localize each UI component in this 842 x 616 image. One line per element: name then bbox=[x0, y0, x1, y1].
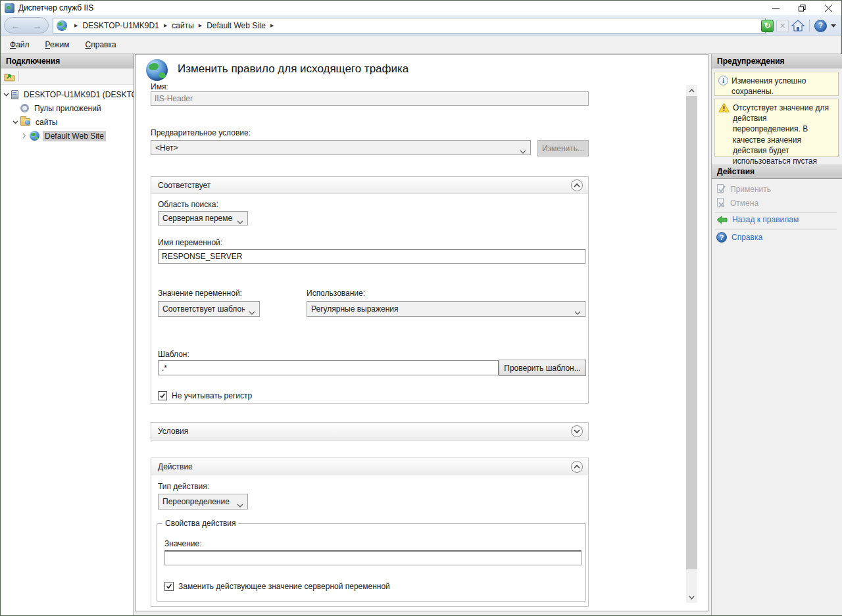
iis-manager-window: Диспетчер служб IIS ← → ▶ DESKTOP-U1MK9D… bbox=[0, 0, 842, 616]
back-to-rules-action[interactable]: Назад к правилам bbox=[716, 215, 799, 224]
pattern-input[interactable] bbox=[158, 360, 499, 375]
conditions-section: Условия bbox=[151, 422, 589, 440]
home-icon[interactable] bbox=[791, 20, 805, 32]
name-input bbox=[151, 91, 589, 106]
alert-info-text: Изменения успешно сохранены. bbox=[731, 76, 835, 92]
restart-icon[interactable]: ↻ bbox=[761, 20, 774, 32]
back-icon[interactable]: ← bbox=[11, 20, 20, 31]
right-panel: Предупреждения i Изменения успешно сохра… bbox=[711, 54, 842, 615]
collapse-section-icon[interactable] bbox=[571, 179, 583, 191]
using-select[interactable]: Регулярные выражения bbox=[307, 301, 585, 317]
save-connection-icon[interactable] bbox=[4, 72, 14, 80]
minimize-button[interactable] bbox=[762, 1, 789, 15]
collapse-section-icon[interactable] bbox=[571, 461, 583, 473]
scrollbar-thumb[interactable] bbox=[686, 96, 697, 569]
breadcrumb-sites[interactable]: сайты bbox=[172, 21, 194, 30]
alert-warning: Отсутствует значение для действия переоп… bbox=[714, 99, 839, 157]
help-icon[interactable]: ? bbox=[814, 20, 827, 32]
address-bar: ← → ▶ DESKTOP-U1MK9D1 ▶ сайты ▶ Default … bbox=[1, 15, 841, 36]
help-label[interactable]: Справка bbox=[731, 233, 762, 242]
using-label: Использование: bbox=[307, 289, 365, 298]
chevron-right-icon: ▶ bbox=[199, 23, 202, 28]
chevron-down-icon bbox=[520, 147, 526, 155]
back-arrow-icon bbox=[716, 216, 728, 224]
action-section: Действие Тип действия: Переопределение С… bbox=[151, 458, 589, 607]
back-to-rules-label[interactable]: Назад к правилам bbox=[732, 215, 799, 224]
scope-label: Область поиска: bbox=[158, 200, 218, 209]
variable-name-input[interactable] bbox=[158, 249, 585, 264]
tree-item-sites[interactable]: сайты bbox=[1, 115, 134, 129]
edit-precondition-button: Изменить... bbox=[537, 140, 589, 156]
action-type-select[interactable]: Переопределение bbox=[158, 494, 248, 509]
scroll-up-icon[interactable] bbox=[686, 85, 697, 96]
checkbox-checked-icon[interactable] bbox=[158, 391, 167, 400]
tree-item-label: Пулы приложений bbox=[32, 103, 103, 114]
connections-panel: Подключения DESKTOP-U1MK9D1 (DESKTOP-U1M… bbox=[1, 54, 134, 615]
edit-outbound-rule-page: Изменить правило для исходящего трафика … bbox=[135, 54, 708, 611]
value-label: Значение: bbox=[164, 539, 202, 548]
help-action[interactable]: ? Справка bbox=[716, 232, 762, 243]
apply-icon bbox=[716, 184, 726, 194]
precondition-value: <Нет> bbox=[155, 143, 178, 153]
precondition-select[interactable]: <Нет> bbox=[151, 140, 531, 155]
alerts-header: Предупреждения bbox=[712, 54, 842, 68]
tree-item-app-pools[interactable]: Пулы приложений bbox=[1, 101, 134, 115]
cancel-action: Отмена bbox=[716, 198, 758, 208]
actions-divider bbox=[715, 229, 837, 230]
match-section: Соответствует Область поиска: Серверная … bbox=[151, 176, 589, 404]
connections-tree: DESKTOP-U1MK9D1 (DESKTOP-U1MK9D1) Пулы п… bbox=[1, 85, 134, 143]
expand-section-icon[interactable] bbox=[571, 425, 583, 437]
menu-file[interactable]: Файл bbox=[3, 37, 36, 52]
chevron-down-icon bbox=[249, 308, 255, 317]
vertical-scrollbar[interactable] bbox=[686, 85, 697, 603]
breadcrumb-default-web-site[interactable]: Default Web Site bbox=[207, 21, 266, 30]
scope-select[interactable]: Серверная переменн bbox=[158, 211, 248, 225]
breadcrumb[interactable]: ▶ DESKTOP-U1MK9D1 ▶ сайты ▶ Default Web … bbox=[53, 18, 766, 34]
cancel-icon bbox=[716, 198, 726, 208]
using-value: Регулярные выражения bbox=[311, 304, 399, 314]
apply-label: Применить bbox=[730, 185, 771, 194]
actions-header: Действия bbox=[712, 164, 842, 179]
chevron-right-icon: ▶ bbox=[164, 23, 167, 28]
website-globe-icon bbox=[30, 131, 39, 141]
breadcrumb-server[interactable]: DESKTOP-U1MK9D1 bbox=[82, 21, 159, 30]
variable-name-label: Имя переменной: bbox=[158, 238, 222, 247]
tree-item-default-web-site[interactable]: Default Web Site bbox=[1, 129, 134, 143]
actions-divider bbox=[715, 212, 837, 213]
tree-item-label: сайты bbox=[34, 117, 60, 128]
toolbar-divider bbox=[809, 20, 810, 32]
replace-value-checkbox-row[interactable]: Заменить действующее значение серверной … bbox=[164, 582, 390, 591]
collapse-chevron-icon[interactable] bbox=[10, 120, 20, 124]
pattern-label: Шаблон: bbox=[158, 350, 189, 359]
checkbox-checked-icon[interactable] bbox=[164, 582, 174, 591]
menu-help[interactable]: Справка bbox=[79, 37, 123, 52]
tree-item-label: DESKTOP-U1MK9D1 (DESKTOP-U1MK9D1) bbox=[22, 89, 134, 100]
nav-buttons: ← → bbox=[4, 17, 49, 34]
collapse-chevron-icon[interactable] bbox=[1, 93, 11, 97]
tree-item-server[interactable]: DESKTOP-U1MK9D1 (DESKTOP-U1MK9D1) bbox=[1, 87, 134, 101]
close-button[interactable] bbox=[815, 1, 841, 15]
connections-header: Подключения bbox=[1, 54, 134, 68]
ignore-case-checkbox-row[interactable]: Не учитывать регистр bbox=[158, 391, 252, 400]
forward-icon[interactable]: → bbox=[33, 20, 42, 31]
help-icon: ? bbox=[716, 232, 727, 243]
help-dropdown-caret-icon[interactable] bbox=[831, 24, 836, 28]
scroll-down-icon[interactable] bbox=[686, 592, 697, 603]
menu-bar: Файл Режим Справка bbox=[1, 36, 841, 54]
page-title: Изменить правило для исходящего трафика bbox=[178, 62, 409, 76]
expand-chevron-icon[interactable] bbox=[19, 133, 30, 139]
page-globe-icon bbox=[146, 59, 168, 81]
connections-toolbar bbox=[1, 68, 134, 85]
ignore-case-label: Не учитывать регистр bbox=[172, 391, 252, 400]
test-pattern-button[interactable]: Проверить шаблон... bbox=[499, 360, 586, 376]
variable-value-value: Соответствует шаблону bbox=[162, 304, 245, 314]
match-section-title: Соответствует bbox=[158, 181, 210, 190]
title-bar: Диспетчер служб IIS bbox=[1, 1, 841, 15]
variable-value-select[interactable]: Соответствует шаблону bbox=[158, 301, 260, 317]
tree-item-label: Default Web Site bbox=[43, 131, 106, 141]
restore-button[interactable] bbox=[789, 1, 815, 15]
value-input[interactable] bbox=[164, 550, 582, 565]
action-type-label: Тип действия: bbox=[158, 482, 209, 491]
cancel-label: Отмена bbox=[730, 199, 758, 208]
menu-view[interactable]: Режим bbox=[39, 37, 76, 52]
